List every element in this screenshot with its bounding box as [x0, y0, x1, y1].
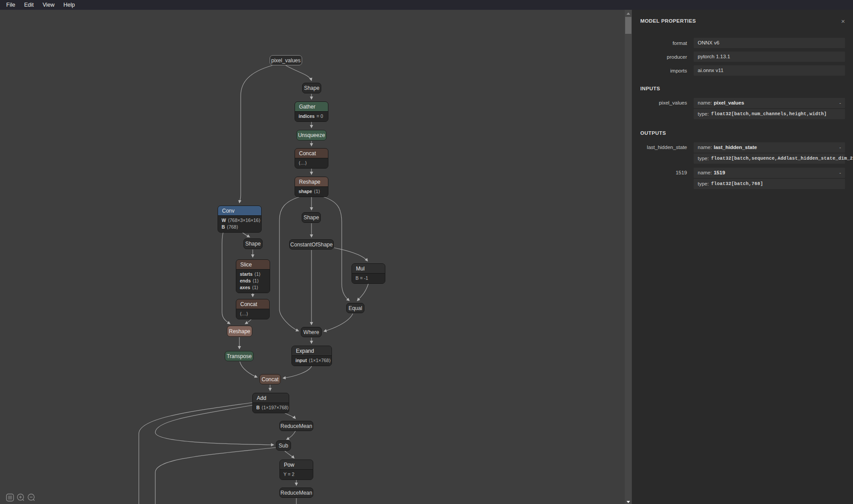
- model-properties-panel: MODEL PROPERTIES × format ONNX v6 produc…: [632, 10, 853, 504]
- collapse-toggle[interactable]: -: [839, 168, 841, 178]
- close-icon[interactable]: ×: [841, 18, 845, 24]
- menu-edit[interactable]: Edit: [20, 1, 38, 9]
- node-attr: indices= 0: [299, 113, 324, 120]
- node-where[interactable]: Where: [301, 327, 322, 337]
- node-shape-left[interactable]: Shape: [243, 238, 263, 249]
- imports-value: ai.onnx v11: [694, 65, 845, 76]
- attr-value: ⟨…⟩: [240, 311, 248, 316]
- node-attributes: input⟨1×1×768⟩: [292, 355, 331, 366]
- node-header: Expand: [292, 346, 331, 355]
- node-unsqueeze[interactable]: Unsqueeze: [296, 130, 327, 141]
- node-attributes: W⟨768×3×16×16⟩B⟨768⟩: [218, 215, 261, 232]
- producer-value: pytorch 1.13.1: [694, 52, 845, 62]
- arg-label: pixel_values: [632, 98, 694, 120]
- node-header: Reshape: [295, 177, 328, 186]
- arg-label: 1519: [632, 168, 694, 190]
- node-pixel-values[interactable]: pixel_values: [270, 55, 302, 65]
- node-conv[interactable]: ConvW⟨768×3×16×16⟩B⟨768⟩: [218, 206, 262, 233]
- menu-help[interactable]: Help: [59, 1, 80, 9]
- attr-value: ⟨768⟩: [227, 224, 239, 230]
- node-reshape-left[interactable]: Reshape: [227, 326, 252, 337]
- node-sub[interactable]: Sub: [276, 440, 291, 451]
- node-attributes: B⟨1×197×768⟩: [253, 403, 289, 413]
- output-last-hidden-state: last_hidden_state name: last_hidden_stat…: [632, 142, 845, 165]
- attr-value: ⟨1⟩: [253, 278, 259, 283]
- node-mul[interactable]: MulB = -1: [352, 263, 385, 284]
- node-expand[interactable]: Expandinput⟨1×1×768⟩: [291, 346, 332, 366]
- node-attr: ends⟨1⟩: [240, 278, 266, 284]
- node-reshape-mid[interactable]: Reshapeshape⟨1⟩: [295, 177, 328, 197]
- menu-bar: File Edit View Help: [0, 0, 853, 10]
- attr-value: Y = 2: [283, 472, 295, 477]
- attr-name: W: [222, 218, 226, 223]
- node-attr: ⟨…⟩: [299, 160, 324, 166]
- arg-label: last_hidden_state: [632, 142, 694, 165]
- node-header: Mul: [352, 264, 385, 273]
- inputs-header: INPUTS: [640, 86, 853, 91]
- attr-value: ⟨1⟩: [255, 271, 261, 277]
- attr-value: ⟨768×3×16×16⟩: [228, 218, 260, 223]
- node-pow[interactable]: PowY = 2: [279, 460, 313, 480]
- node-concat-mid[interactable]: Concat⟨…⟩: [295, 148, 328, 169]
- node-attr: input⟨1×1×768⟩: [295, 357, 328, 364]
- attr-value: B = -1: [356, 275, 368, 281]
- format-value: ONNX v6: [694, 38, 845, 48]
- node-attr: W⟨768×3×16×16⟩: [222, 217, 258, 224]
- attr-name: B: [256, 405, 260, 410]
- node-reducemean-2[interactable]: ReduceMean: [279, 488, 313, 498]
- zoom-out-icon[interactable]: [27, 493, 36, 502]
- node-attributes: ⟨…⟩: [295, 158, 328, 168]
- node-equal[interactable]: Equal: [346, 303, 364, 313]
- attr-name: indices: [299, 113, 315, 119]
- menu-view[interactable]: View: [38, 1, 59, 9]
- node-add[interactable]: AddB⟨1×197×768⟩: [252, 393, 289, 413]
- panel-title: MODEL PROPERTIES: [640, 18, 696, 24]
- arg-type-row: type: float32[batch,sequence,Addlast_hid…: [694, 153, 845, 164]
- node-attr: axes⟨1⟩: [240, 284, 266, 291]
- node-header: Pow: [280, 460, 313, 469]
- node-attributes: starts⟨1⟩ends⟨1⟩axes⟨1⟩: [236, 269, 270, 293]
- node-attributes: shape⟨1⟩: [295, 186, 328, 197]
- outputs-header: OUTPUTS: [640, 130, 853, 136]
- node-attributes: Y = 2: [280, 469, 313, 480]
- node-transpose[interactable]: Transpose: [225, 351, 254, 361]
- scrollbar-thumb[interactable]: [625, 17, 631, 34]
- collapse-toggle[interactable]: -: [839, 142, 841, 153]
- node-header: Conv: [218, 206, 261, 215]
- attr-value: ⟨…⟩: [299, 160, 307, 165]
- node-attr: starts⟨1⟩: [240, 271, 266, 278]
- node-reducemean-1[interactable]: ReduceMean: [279, 421, 313, 431]
- node-attributes: ⟨…⟩: [236, 309, 269, 319]
- node-concat-left[interactable]: Concat⟨…⟩: [236, 299, 270, 319]
- node-shape-mid[interactable]: Shape: [302, 212, 321, 223]
- arg-name-row: name: last_hidden_state -: [694, 142, 845, 153]
- producer-label: producer: [632, 54, 694, 60]
- node-concat-bottom[interactable]: Concat: [259, 374, 281, 384]
- canvas-scrollbar[interactable]: [625, 10, 632, 504]
- attr-value: ⟨1⟩: [314, 189, 320, 194]
- node-header: Concat: [236, 299, 269, 309]
- node-attr: B⟨768⟩: [222, 224, 258, 230]
- node-shape-top[interactable]: Shape: [302, 83, 321, 93]
- format-label: format: [632, 40, 694, 46]
- input-pixel-values: pixel_values name: pixel_values - type: …: [632, 98, 845, 120]
- zoom-in-icon[interactable]: [16, 493, 25, 502]
- attr-value: ⟨1⟩: [252, 285, 258, 290]
- node-slice[interactable]: Slicestarts⟨1⟩ends⟨1⟩axes⟨1⟩: [236, 259, 270, 293]
- arg-name-row: name: 1519 -: [694, 168, 845, 178]
- properties-list-icon[interactable]: [6, 493, 14, 502]
- node-gather[interactable]: Gatherindices= 0: [295, 101, 328, 122]
- scroll-up-icon[interactable]: [627, 12, 630, 15]
- attr-value: ⟨1×197×768⟩: [262, 405, 289, 410]
- node-constantofshape[interactable]: ConstantOfShape: [289, 239, 334, 250]
- attr-name: input: [295, 358, 307, 363]
- node-attr: B⟨1×197×768⟩: [256, 404, 285, 411]
- collapse-toggle[interactable]: -: [839, 98, 841, 108]
- node-attr: Y = 2: [283, 471, 309, 478]
- menu-file[interactable]: File: [2, 1, 20, 9]
- node-header: Concat: [295, 149, 328, 158]
- scroll-down-icon[interactable]: [627, 501, 630, 503]
- graph-controls: [6, 493, 36, 502]
- arg-type-row: type: float32[batch,num_channels,height,…: [694, 109, 845, 119]
- arg-name-row: name: pixel_values -: [694, 98, 845, 108]
